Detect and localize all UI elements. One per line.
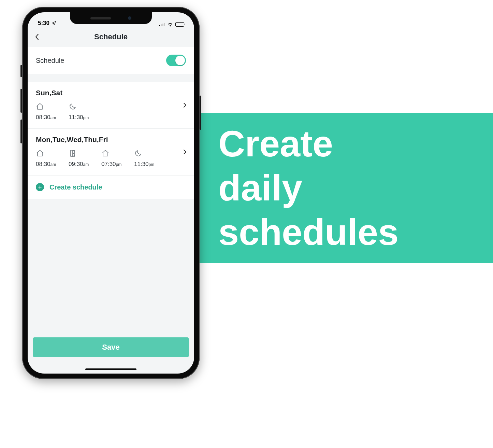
schedule-slot: 11:30pm xyxy=(134,149,159,168)
schedule-toggle-row: Schedule xyxy=(28,47,194,74)
svg-point-2 xyxy=(73,153,74,153)
save-button[interactable]: Save xyxy=(33,337,189,357)
schedule-slot-time: 08:30am xyxy=(36,114,56,121)
create-schedule-label: Create schedule xyxy=(49,183,102,191)
schedule-list: Sun,Sat 08:30am 11:30pm xyxy=(28,82,194,199)
phone-vol-up xyxy=(20,89,22,113)
back-button[interactable] xyxy=(35,33,39,40)
schedule-slot: 08:30am xyxy=(36,149,61,168)
home-icon xyxy=(36,102,44,111)
home-indicator[interactable] xyxy=(85,368,136,370)
phone-power-button xyxy=(200,96,201,130)
schedule-slot-time: 07:30pm xyxy=(101,161,121,168)
schedule-slot-time: 11:30pm xyxy=(134,161,154,168)
plus-circle-icon: + xyxy=(36,183,44,191)
moon-icon xyxy=(134,149,142,157)
location-icon xyxy=(52,21,56,26)
cell-signal-icon xyxy=(159,22,165,26)
door-icon xyxy=(69,149,77,157)
schedule-slot: 09:30am xyxy=(69,149,94,168)
schedule-toggle[interactable] xyxy=(166,55,186,66)
battery-icon xyxy=(175,22,185,27)
page-title: Schedule xyxy=(94,32,128,41)
create-schedule-button[interactable]: + Create schedule xyxy=(28,176,194,199)
home-icon xyxy=(101,149,110,157)
phone-mute-switch xyxy=(20,65,22,77)
moon-icon xyxy=(69,102,77,111)
schedule-row[interactable]: Mon,Tue,Wed,Thu,Fri 08:30am 09:30am xyxy=(28,129,194,176)
schedule-days-label: Sun,Sat xyxy=(36,89,186,97)
phone-vol-down xyxy=(20,120,22,143)
schedule-toggle-label: Schedule xyxy=(36,57,64,65)
home-icon xyxy=(36,149,44,157)
chevron-right-icon xyxy=(183,102,187,108)
schedule-slot: 07:30pm xyxy=(101,149,127,168)
phone-notch xyxy=(70,12,152,24)
schedule-slot: 08:30am xyxy=(36,102,61,121)
schedule-slot-time: 11:30pm xyxy=(69,114,89,121)
phone-frame: 5:30 Schedule xyxy=(22,7,200,379)
schedule-slot: 11:30pm xyxy=(69,102,94,121)
status-time: 5:30 xyxy=(38,20,49,27)
schedule-row[interactable]: Sun,Sat 08:30am 11:30pm xyxy=(28,82,194,129)
schedule-days-label: Mon,Tue,Wed,Thu,Fri xyxy=(36,136,186,144)
chevron-right-icon xyxy=(183,149,187,155)
banner-headline: Create daily schedules xyxy=(218,122,398,254)
schedule-slot-time: 08:30am xyxy=(36,161,56,168)
nav-header: Schedule xyxy=(28,27,194,46)
schedule-slot-time: 09:30am xyxy=(69,161,89,168)
phone-screen: 5:30 Schedule xyxy=(28,12,194,374)
wifi-icon xyxy=(167,22,173,27)
